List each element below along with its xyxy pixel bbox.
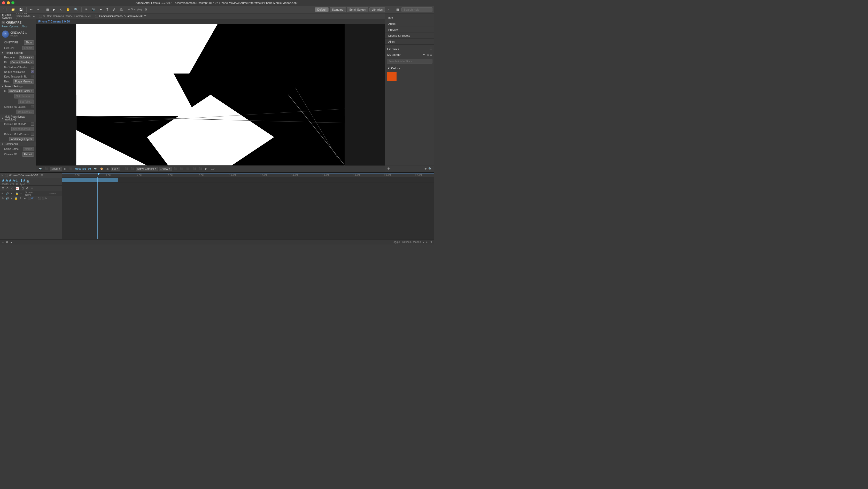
search-layers-btn[interactable]: 🔍 <box>26 180 30 184</box>
vp-grid-btn[interactable]: ⬛ <box>173 167 178 171</box>
timeline-menu-btn[interactable]: ☰ <box>40 174 43 177</box>
layer-lock-toggle[interactable]: 🔒 <box>14 197 18 200</box>
zoom-in-btn[interactable]: + <box>426 241 428 244</box>
tl-mask-btn[interactable]: ◻ <box>21 186 25 190</box>
vp-toggle-btn[interactable]: ⬛ <box>44 167 49 171</box>
tl-graph-btn[interactable]: 📈 <box>15 186 20 190</box>
vp-color-btn[interactable]: 🎨 <box>99 167 104 171</box>
no-textures-checkbox[interactable] <box>31 66 34 69</box>
viewport[interactable] <box>36 24 385 165</box>
timeline-comp-tab[interactable]: iPhone-7-Camera-1-0-30 <box>9 174 38 177</box>
library-list-btn[interactable]: ≡ <box>430 53 432 57</box>
toggle-panels-btn[interactable]: ⊞ <box>45 7 51 12</box>
vp-exposure-btn[interactable]: ◐ <box>204 167 208 171</box>
rp-search-btn[interactable]: 🔍 <box>428 167 432 171</box>
close-timeline-btn[interactable]: ✕ <box>1 174 3 177</box>
open-project-btn[interactable]: 📁 <box>9 7 17 12</box>
save-btn[interactable]: 💾 <box>18 7 25 12</box>
library-grid-btn[interactable]: ⊞ <box>427 53 429 57</box>
display-dropdown[interactable]: Current Shading ▼ <box>10 60 34 64</box>
rp-align[interactable]: Align <box>385 39 434 45</box>
workspace-more[interactable]: » <box>386 7 391 12</box>
layer-1-bar[interactable] <box>62 178 118 182</box>
project-settings-header[interactable]: ▼ Project Settings <box>0 84 36 89</box>
layer-name[interactable]: iPhone-_--30.c4d <box>31 197 37 200</box>
extract-btn[interactable]: Extract <box>22 152 34 157</box>
select-tool[interactable]: ↖ <box>58 7 64 12</box>
paint-tool[interactable]: 🖊 <box>111 7 117 12</box>
library-dropdown-btn[interactable]: ▼ <box>423 53 426 57</box>
effect-controls-comp-tab[interactable]: ⬛ fx Effect Controls iPhone-7-Camera-1-0… <box>37 14 92 18</box>
tl-layer-btn[interactable]: ☰ <box>30 186 34 190</box>
libraries-menu-btn[interactable]: ☰ <box>429 47 432 51</box>
set-multipass-btn[interactable]: Set Multi-Pass... <box>11 127 34 131</box>
about-btn[interactable]: Abou <box>22 25 27 28</box>
keep-textures-checkbox[interactable] <box>31 75 34 78</box>
layer-vis-toggle[interactable]: 👁 <box>1 197 5 200</box>
set-camera-btn[interactable]: Set Camera... <box>14 94 34 98</box>
color-swatch[interactable] <box>387 72 397 81</box>
vp-region-btn[interactable]: ⬛ <box>68 167 73 171</box>
vp-fit-btn[interactable]: ⊞ <box>63 167 67 171</box>
add-library-btn[interactable]: + <box>387 166 390 171</box>
new-layer-btn[interactable]: + <box>2 241 4 244</box>
rp-audio[interactable]: Audio <box>385 21 434 27</box>
multipass-header[interactable]: ▼ Multi-Pass (Linear Workflow) <box>0 115 36 122</box>
stock-search-input[interactable] <box>387 59 432 64</box>
zoom-tool[interactable]: 🔍 <box>72 7 80 12</box>
colors-title[interactable]: ▼ Colors <box>387 67 432 70</box>
vp-zoom-dropdown[interactable]: 136% ▼ <box>50 167 62 171</box>
cinema4d-layers-checkbox[interactable] <box>31 105 34 108</box>
layer-expand-btn[interactable]: ▶ <box>23 197 27 200</box>
close-button[interactable] <box>2 1 5 4</box>
zoom-out-btn[interactable]: - <box>423 241 424 244</box>
layer-row[interactable]: 👁 🔊 ● 🔒 1 ▶ ⬛ iPhone-_--30.c4d ⬛ ⬛ fx <box>0 196 62 201</box>
render-settings-header[interactable]: ▼ Render Settings <box>0 51 36 55</box>
vp-camera-icon-btn[interactable]: 📷 <box>93 167 98 171</box>
vp-motion-btn[interactable]: ⬛ <box>191 167 196 171</box>
defined-multipass-checkbox[interactable] <box>31 132 34 136</box>
workspace-small-screen[interactable]: Small Screen <box>347 7 368 12</box>
no-precalc-checkbox[interactable] <box>31 70 34 73</box>
vp-guides-btn[interactable]: ⬛ <box>179 167 184 171</box>
set-take-btn[interactable]: Set Take... <box>18 99 34 104</box>
tl-keyframe-btn[interactable]: ◇ <box>10 186 14 190</box>
vp-view-dropdown[interactable]: 1 View ▼ <box>159 167 172 171</box>
pen-tool[interactable]: ✒ <box>98 7 104 12</box>
add-image-layers-btn[interactable]: Add Image Layers <box>9 137 34 142</box>
tl-motion-btn[interactable]: ⟳ <box>6 186 9 190</box>
rotate-tool[interactable]: ⟳ <box>84 7 89 12</box>
puppet-tool[interactable]: ⁂ <box>118 7 124 12</box>
rp-eye-btn[interactable]: 👁 <box>424 167 427 171</box>
cinema4d-multipass-checkbox[interactable] <box>31 123 34 126</box>
vp-3d-btn[interactable]: ⬛ <box>197 167 203 171</box>
zoom-fit-btn[interactable]: ⊞ <box>430 240 432 244</box>
commands-header[interactable]: ▼ Commands <box>0 142 36 146</box>
purge-btn[interactable]: Purge Memory <box>13 79 34 84</box>
vp-quality-dropdown[interactable]: Full ▼ <box>111 167 120 171</box>
comp-settings-btn[interactable]: ⚙ <box>6 240 8 244</box>
hand-tool[interactable]: ✋ <box>65 7 71 12</box>
vp-alpha-btn[interactable]: ◐ <box>105 167 110 171</box>
layer-col-btn-2[interactable]: ⬛ <box>41 197 44 200</box>
layer-1-track[interactable] <box>62 177 434 182</box>
set-layers-btn[interactable]: Set Layers... <box>16 110 34 114</box>
renderer-dropdown[interactable]: Software ▼ <box>19 56 34 59</box>
camera-tool[interactable]: 📷 <box>90 7 97 12</box>
minimize-button[interactable] <box>7 1 10 4</box>
solo-btn[interactable]: ● <box>10 241 12 244</box>
camera-dropdown[interactable]: Cinema 4D Camer ▼ <box>8 89 34 93</box>
layer-col-btn-3[interactable]: fx <box>45 197 47 200</box>
search-help-input[interactable] <box>401 7 432 12</box>
workspace-standard[interactable]: Standard <box>330 7 346 12</box>
tl-time-btn[interactable]: ⊕ <box>25 186 29 190</box>
render-btn[interactable]: ▶ <box>52 7 57 12</box>
snap-options[interactable]: ⚙ <box>143 7 149 12</box>
composition-tab[interactable]: ⬛ Composition iPhone-7-Camera-1-0-30 ☰ <box>94 14 148 18</box>
rp-effects-presets[interactable]: Effects & Presets <box>385 33 434 39</box>
options-btn[interactable]: Options... <box>9 25 21 28</box>
merge-btn[interactable]: Merge <box>23 147 34 151</box>
enable-btn[interactable]: Enable <box>22 46 34 50</box>
workspace-libraries[interactable]: Libraries <box>369 7 385 12</box>
tl-comp-btn[interactable]: ⊞ <box>1 186 5 190</box>
